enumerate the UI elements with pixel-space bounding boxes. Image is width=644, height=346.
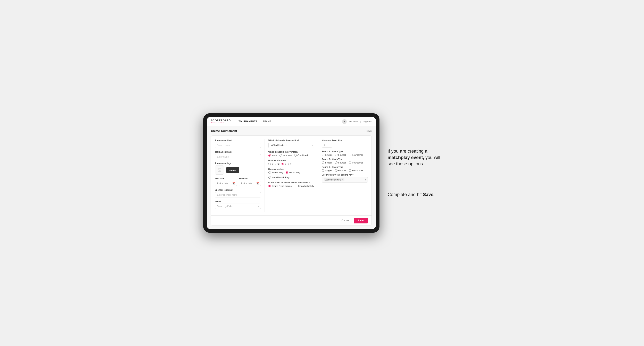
round1-singles[interactable]: Singles	[322, 154, 332, 156]
gender-combined[interactable]: Combined	[294, 154, 308, 157]
api-label: Use third-party live scoring API?	[322, 174, 368, 176]
user-label: Test User	[348, 120, 358, 123]
venue-input[interactable]	[215, 204, 261, 209]
round3-singles-radio[interactable]	[322, 169, 324, 172]
nav-logo: SCOREBOARD Powered by clippit	[211, 119, 231, 123]
tablet-frame: SCOREBOARD Powered by clippit TOURNAMENT…	[203, 113, 380, 233]
teams-teams-radio[interactable]	[268, 185, 271, 187]
division-label: Which division is the event for?	[268, 139, 314, 142]
tournament-host-input[interactable]	[215, 143, 261, 148]
form-title: Create Tournament	[211, 129, 237, 133]
back-button[interactable]: ← Back	[364, 130, 372, 132]
scoring-match-radio[interactable]	[286, 171, 288, 174]
rounds-2-label: 2	[278, 163, 280, 165]
scoring-stroke-radio[interactable]	[268, 171, 271, 174]
teams-radio-group: Teams (+Individuals) Individuals Only	[268, 185, 314, 187]
round2-fourball[interactable]: Fourball	[335, 162, 346, 164]
gender-mens-radio[interactable]	[268, 154, 271, 157]
teams-individuals-radio[interactable]	[295, 185, 297, 187]
cancel-button[interactable]: Cancel	[339, 218, 352, 223]
chevron-down-icon: ▾	[258, 205, 259, 207]
gender-womens[interactable]: Womens	[280, 154, 292, 157]
tournament-name-input[interactable]	[215, 154, 261, 159]
round3-fourball[interactable]: Fourball	[335, 169, 346, 172]
tablet-screen: SCOREBOARD Powered by clippit TOURNAMENT…	[207, 117, 376, 229]
round3-radio-group: Singles Fourball Foursomes	[322, 169, 368, 172]
round3-singles[interactable]: Singles	[322, 169, 332, 172]
end-date-field: End date 📅	[239, 177, 261, 186]
tournament-logo-label: Tournament logo	[215, 162, 261, 165]
scoring-medal-radio[interactable]	[268, 176, 271, 179]
division-select[interactable]: NCAA Division I NCAA Division II NCAA Di…	[268, 143, 314, 148]
max-team-size-input[interactable]	[322, 143, 332, 148]
round-1[interactable]: 1	[268, 163, 273, 165]
round3-foursomes-radio[interactable]	[349, 169, 351, 172]
gender-mens-label: Mens	[272, 154, 277, 157]
round2-singles[interactable]: Singles	[322, 162, 332, 164]
form-header: Create Tournament ← Back	[211, 129, 372, 133]
round-3[interactable]: 3	[282, 163, 286, 165]
teams-teams[interactable]: Teams (+Individuals)	[268, 185, 292, 187]
scoring-medal-label: Medal Match Play	[272, 176, 290, 179]
max-team-size-field: Maximum Team Size	[322, 139, 368, 148]
rounds-label: Number of rounds	[268, 159, 314, 162]
rounds-2-radio[interactable]	[275, 163, 278, 165]
scoring-field: Scoring system Stroke Play Match Play	[268, 168, 314, 179]
teams-individuals[interactable]: Individuals Only	[295, 185, 314, 187]
rounds-1-radio[interactable]	[268, 163, 271, 165]
round-2[interactable]: 2	[275, 163, 280, 165]
scoring-match-label: Match Play	[289, 171, 300, 174]
round2-fourball-label: Fourball	[338, 162, 346, 164]
start-date-field: Start date 📅	[215, 177, 237, 186]
upload-button[interactable]: Upload	[226, 167, 239, 173]
round3-foursomes-label: Foursomes	[352, 169, 363, 172]
nav-tab-tournaments[interactable]: TOURNAMENTS	[236, 117, 260, 126]
max-team-size-label: Maximum Team Size	[322, 139, 368, 142]
tournament-host-label: Tournament Host	[215, 139, 261, 142]
gender-womens-radio[interactable]	[280, 154, 282, 157]
gender-combined-radio[interactable]	[294, 154, 297, 157]
round2-singles-radio[interactable]	[322, 162, 324, 164]
middle-column: Which division is the event for? NCAA Di…	[268, 139, 318, 212]
round3-title: Round 3 - Match Type	[322, 166, 368, 168]
signout-link[interactable]: Sign out	[363, 120, 372, 123]
content-area: Create Tournament ← Back Tournament Host	[207, 126, 376, 229]
api-select-inner[interactable]: Leaderboard King × ▾	[322, 177, 368, 182]
tournament-logo-field: Tournament logo Upload	[215, 162, 261, 174]
venue-field: Venue ▾	[215, 200, 261, 209]
sponsor-input[interactable]	[215, 192, 261, 197]
round1-foursomes[interactable]: Foursomes	[349, 154, 363, 156]
scoring-medal[interactable]: Medal Match Play	[268, 176, 290, 179]
nav-divider: |	[360, 120, 361, 123]
end-date-label: End date	[239, 177, 261, 180]
round3-singles-label: Singles	[325, 169, 332, 172]
round2-foursomes[interactable]: Foursomes	[349, 162, 363, 164]
calendar-icon: 📅	[232, 182, 235, 185]
gender-radio-group: Mens Womens Combined	[268, 154, 314, 157]
round1-singles-radio[interactable]	[322, 154, 324, 156]
annotation-bottom-bold: Save.	[423, 192, 435, 197]
scoring-stroke[interactable]: Stroke Play	[268, 171, 283, 174]
form-card: Tournament Host Tournament name Tourname…	[211, 136, 372, 226]
nav-tab-teams[interactable]: TEAMS	[260, 117, 274, 126]
round1-fourball-radio[interactable]	[335, 154, 338, 156]
form-footer: Cancel Save	[211, 215, 372, 225]
rounds-4-label: 4	[291, 163, 292, 165]
annotation-bottom-text: Complete and hit	[388, 192, 423, 197]
round2-foursomes-radio[interactable]	[349, 162, 351, 164]
round3-foursomes[interactable]: Foursomes	[349, 169, 363, 172]
gender-label: Which gender is the event for?	[268, 151, 314, 153]
api-tag-remove[interactable]: ×	[342, 179, 343, 181]
round2-fourball-radio[interactable]	[335, 162, 338, 164]
rounds-3-radio[interactable]	[282, 163, 284, 165]
gender-mens[interactable]: Mens	[268, 154, 277, 157]
start-date-wrap: 📅	[215, 181, 237, 186]
round-4[interactable]: 4	[288, 163, 292, 165]
round1-fourball[interactable]: Fourball	[335, 154, 346, 156]
round3-fourball-radio[interactable]	[335, 169, 338, 172]
save-button[interactable]: Save	[354, 218, 368, 223]
rounds-4-radio[interactable]	[288, 163, 290, 165]
date-fields: Start date 📅 End date	[215, 177, 261, 186]
round1-foursomes-radio[interactable]	[349, 154, 351, 156]
scoring-match[interactable]: Match Play	[286, 171, 300, 174]
